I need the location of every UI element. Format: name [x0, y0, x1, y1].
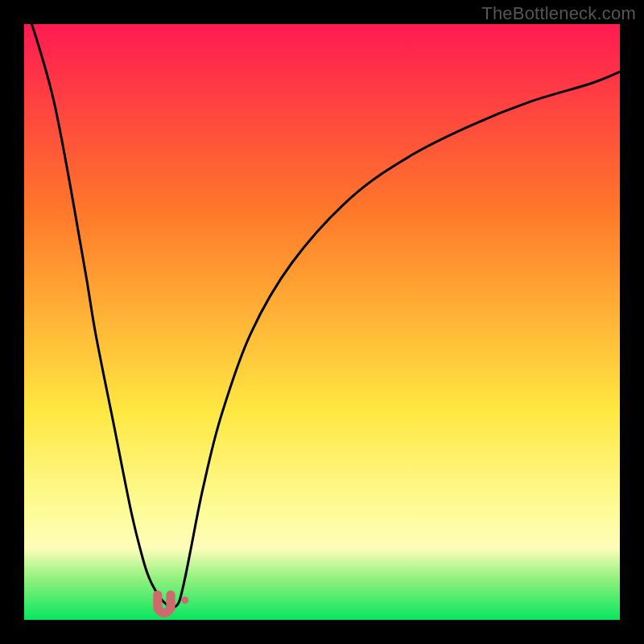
bottleneck-chart: [0, 0, 644, 644]
plot-background: [24, 24, 620, 620]
marker-dot: [181, 597, 188, 604]
chart-frame: TheBottleneck.com: [0, 0, 644, 644]
attribution-text: TheBottleneck.com: [481, 3, 636, 24]
